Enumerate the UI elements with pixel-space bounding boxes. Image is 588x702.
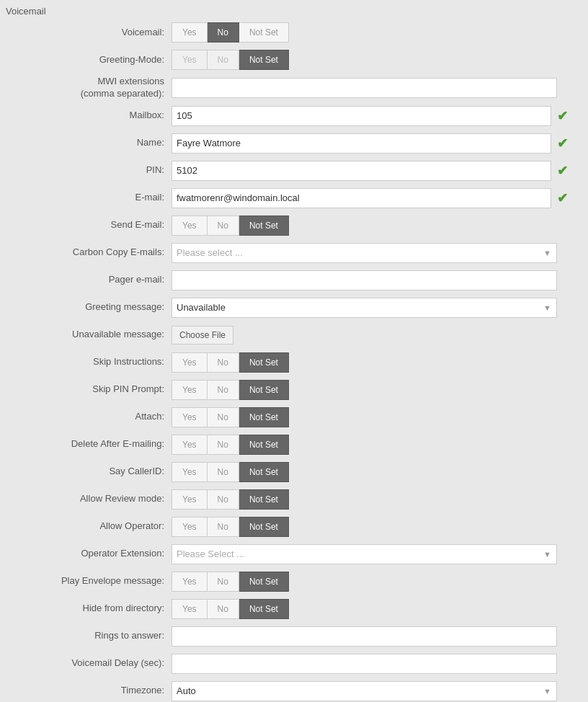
unavailable-message-row: Unavailable message: Choose File <box>6 324 582 347</box>
skip-pin-no-btn[interactable]: No <box>208 380 239 400</box>
email-input[interactable] <box>172 188 551 208</box>
allow-review-yes-btn[interactable]: Yes <box>172 489 208 510</box>
mwi-label: MWI extensions (comma separated): <box>6 76 172 100</box>
operator-extension-label: Operator Extension: <box>6 548 172 560</box>
rings-to-answer-label: Rings to answer: <box>6 630 172 642</box>
skip-inst-no-btn[interactable]: No <box>208 352 239 373</box>
greeting-mode-control: Yes No Not Set <box>172 50 582 70</box>
mailbox-input-wrap: ✔ <box>172 106 582 126</box>
voicemail-btn-group: Yes No Not Set <box>172 22 582 43</box>
name-control: ✔ <box>172 133 582 154</box>
skip-pin-notset-btn[interactable]: Not Set <box>239 380 289 400</box>
carbon-copy-select-wrap: Please select ... ▼ <box>172 243 557 263</box>
allow-operator-notset-btn[interactable]: Not Set <box>239 517 289 537</box>
say-callerid-notset-btn[interactable]: Not Set <box>239 462 289 482</box>
voicemail-row: Voicemail: Yes No Not Set <box>6 21 582 44</box>
say-callerid-yes-btn[interactable]: Yes <box>172 462 208 482</box>
voicemail-form: Voicemail: Yes No Not Set Greeting-Mode:… <box>6 21 582 702</box>
name-label: Name: <box>6 137 172 149</box>
voicemail-page: Voicemail Voicemail: Yes No Not Set Gree… <box>0 0 588 702</box>
voicemail-label: Voicemail: <box>6 27 172 39</box>
greeting-yes-btn: Yes <box>172 50 208 70</box>
attach-notset-btn[interactable]: Not Set <box>239 407 289 427</box>
timezone-select[interactable]: Auto <box>172 681 557 701</box>
operator-extension-select-wrap: Please Select ... ▼ <box>172 544 557 564</box>
mailbox-label: Mailbox: <box>6 110 172 122</box>
hide-directory-yes-btn[interactable]: Yes <box>172 599 208 619</box>
send-email-no-btn[interactable]: No <box>208 216 239 236</box>
play-envelope-yes-btn[interactable]: Yes <box>172 572 208 592</box>
operator-extension-select[interactable]: Please Select ... <box>172 544 557 564</box>
mwi-row: MWI extensions (comma separated): <box>6 76 582 100</box>
skip-pin-control: Yes No Not Set <box>172 380 582 400</box>
mwi-control <box>172 78 582 98</box>
skip-pin-row: Skip PIN Prompt: Yes No Not Set <box>6 378 582 401</box>
delete-after-btn-group: Yes No Not Set <box>172 435 582 455</box>
name-row: Name: ✔ <box>6 132 582 155</box>
greeting-select[interactable]: Unavailable <box>172 298 557 318</box>
attach-control: Yes No Not Set <box>172 407 582 427</box>
play-envelope-control: Yes No Not Set <box>172 572 582 592</box>
pager-email-input[interactable] <box>172 270 557 290</box>
say-callerid-btn-group: Yes No Not Set <box>172 462 582 482</box>
say-callerid-no-btn[interactable]: No <box>208 462 239 482</box>
send-email-notset-btn[interactable]: Not Set <box>239 216 289 236</box>
rings-to-answer-row: Rings to answer: <box>6 625 582 648</box>
skip-instructions-label: Skip Instructions: <box>6 356 172 368</box>
allow-review-control: Yes No Not Set <box>172 489 582 510</box>
skip-inst-yes-btn[interactable]: Yes <box>172 352 208 373</box>
attach-yes-btn[interactable]: Yes <box>172 407 208 427</box>
allow-operator-yes-btn[interactable]: Yes <box>172 517 208 537</box>
voicemail-delay-input[interactable] <box>172 654 557 674</box>
name-input[interactable] <box>172 133 551 154</box>
voicemail-yes-btn[interactable]: Yes <box>172 22 208 43</box>
greeting-select-wrap: Unavailable ▼ <box>172 298 557 318</box>
choose-file-btn[interactable]: Choose File <box>172 326 233 345</box>
skip-instructions-btn-group: Yes No Not Set <box>172 352 582 373</box>
mwi-input[interactable] <box>172 78 557 98</box>
allow-review-notset-btn[interactable]: Not Set <box>239 489 289 510</box>
delete-after-control: Yes No Not Set <box>172 435 582 455</box>
pager-email-control <box>172 270 582 290</box>
send-email-yes-btn[interactable]: Yes <box>172 216 208 236</box>
skip-inst-notset-btn[interactable]: Not Set <box>239 352 289 373</box>
delete-after-label: Delete After E-mailing: <box>6 438 172 450</box>
play-envelope-no-btn[interactable]: No <box>208 572 239 592</box>
rings-to-answer-input[interactable] <box>172 626 557 647</box>
hide-directory-control: Yes No Not Set <box>172 599 582 619</box>
allow-operator-no-btn[interactable]: No <box>208 517 239 537</box>
play-envelope-label: Play Envelope message: <box>6 575 172 587</box>
timezone-row: Timezone: Auto ▼ <box>6 680 582 702</box>
file-input-wrap: Choose File <box>172 326 582 345</box>
mailbox-input[interactable] <box>172 106 551 126</box>
hide-directory-no-btn[interactable]: No <box>208 599 239 619</box>
voicemail-no-btn[interactable]: No <box>208 22 239 43</box>
voicemail-notset-btn[interactable]: Not Set <box>239 22 289 43</box>
pin-control: ✔ <box>172 161 582 181</box>
delete-after-row: Delete After E-mailing: Yes No Not Set <box>6 433 582 456</box>
send-email-btn-group: Yes No Not Set <box>172 216 582 236</box>
delete-after-yes-btn[interactable]: Yes <box>172 435 208 455</box>
email-row: E-mail: ✔ <box>6 187 582 210</box>
skip-instructions-control: Yes No Not Set <box>172 352 582 373</box>
voicemail-control: Yes No Not Set <box>172 22 582 43</box>
allow-review-no-btn[interactable]: No <box>208 489 239 510</box>
hide-directory-notset-btn[interactable]: Not Set <box>239 599 289 619</box>
timezone-label: Timezone: <box>6 685 172 697</box>
attach-no-btn[interactable]: No <box>208 407 239 427</box>
carbon-copy-select[interactable]: Please select ... <box>172 243 557 263</box>
skip-pin-yes-btn[interactable]: Yes <box>172 380 208 400</box>
greeting-message-control: Unavailable ▼ <box>172 298 582 318</box>
skip-pin-label: Skip PIN Prompt: <box>6 383 172 396</box>
play-envelope-btn-group: Yes No Not Set <box>172 572 582 592</box>
delete-after-no-btn[interactable]: No <box>208 435 239 455</box>
play-envelope-notset-btn[interactable]: Not Set <box>239 572 289 592</box>
unavailable-message-label: Unavailable message: <box>6 329 172 341</box>
mailbox-check-icon: ✔ <box>557 108 568 124</box>
delete-after-notset-btn[interactable]: Not Set <box>239 435 289 455</box>
greeting-notset-btn[interactable]: Not Set <box>239 50 289 70</box>
allow-review-row: Allow Review mode: Yes No Not Set <box>6 488 582 511</box>
email-input-wrap: ✔ <box>172 188 582 208</box>
pin-input[interactable] <box>172 161 551 181</box>
pin-check-icon: ✔ <box>557 163 568 179</box>
